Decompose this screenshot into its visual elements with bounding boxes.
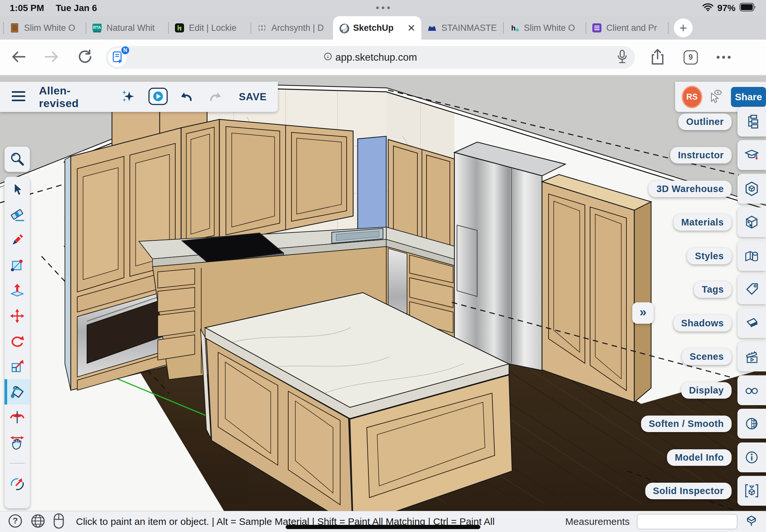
tab-title: Slim White O bbox=[24, 23, 75, 33]
tab-slim-white-2[interactable]: h Slim White O bbox=[504, 16, 586, 40]
panel-label: Scenes bbox=[682, 348, 732, 365]
redo-button[interactable] bbox=[208, 89, 223, 105]
left-toolbar bbox=[5, 177, 30, 508]
tool-orbit[interactable] bbox=[5, 471, 30, 497]
tool-scale[interactable] bbox=[5, 354, 30, 379]
tab-title: STAINMASTE bbox=[442, 23, 497, 33]
share-button[interactable]: Share bbox=[731, 87, 766, 107]
panel-model-info[interactable]: Model Info bbox=[667, 442, 766, 472]
tab-title: Client and Pr bbox=[606, 23, 657, 33]
avatar[interactable]: RS bbox=[683, 87, 701, 107]
panel-label: Model Info bbox=[667, 449, 732, 466]
tab-archsynth[interactable]: Archsynth | D bbox=[251, 16, 333, 40]
tool-pencil[interactable] bbox=[5, 227, 30, 253]
panel-label: Shadows bbox=[674, 315, 732, 332]
panel-outliner[interactable]: Outliner bbox=[678, 107, 766, 137]
panel-instructor[interactable]: Instructor bbox=[670, 140, 766, 170]
tool-select[interactable] bbox=[5, 177, 30, 202]
forward-button[interactable] bbox=[44, 50, 59, 65]
panel-scenes[interactable]: Scenes bbox=[682, 342, 766, 371]
styles-icon bbox=[744, 248, 759, 263]
panel-tags[interactable]: Tags bbox=[694, 274, 766, 304]
panel-label: Instructor bbox=[670, 147, 732, 163]
panel-3d-warehouse[interactable]: 3D Warehouse bbox=[649, 174, 766, 204]
tags-icon bbox=[744, 282, 759, 297]
browser-url-row: N app.sketchup.com 9 bbox=[0, 40, 766, 75]
ipad-screen: 1:05 PM Tue Jan 6 97% Slim White O RTA N… bbox=[0, 0, 766, 532]
solid-inspector-icon bbox=[744, 483, 759, 498]
save-button[interactable]: SAVE bbox=[239, 91, 267, 103]
shadows-icon bbox=[744, 316, 759, 331]
tab-stainmaster[interactable]: STAINMASTE bbox=[421, 16, 503, 40]
sketchup-logo-icon bbox=[745, 514, 758, 529]
panel-styles[interactable]: Styles bbox=[687, 241, 766, 271]
language-globe-icon[interactable] bbox=[30, 514, 45, 530]
ai-sparkles-icon[interactable] bbox=[121, 89, 136, 105]
tool-eraser[interactable] bbox=[5, 202, 30, 227]
model-info-icon bbox=[744, 450, 759, 465]
presence-cursor-icon[interactable] bbox=[708, 89, 724, 105]
document-title[interactable]: Allen- revised bbox=[39, 84, 102, 110]
new-tab-button[interactable]: + bbox=[674, 18, 693, 37]
browser-tab-strip: Slim White O RTA Natural Whit Edit | Loc… bbox=[0, 16, 766, 40]
outliner-icon bbox=[744, 114, 759, 129]
measurements-input[interactable] bbox=[637, 514, 737, 529]
panel-label: Solid Inspector bbox=[645, 483, 732, 499]
tab-count-button[interactable]: 9 bbox=[684, 50, 698, 65]
ios-status-bar: 1:05 PM Tue Jan 6 97% bbox=[0, 0, 766, 16]
selected-face[interactable] bbox=[358, 136, 386, 241]
tab-slim-white-1[interactable]: Slim White O bbox=[4, 16, 86, 40]
url-bar[interactable]: N app.sketchup.com bbox=[106, 46, 635, 69]
houzz-icon bbox=[175, 23, 184, 33]
model-viewport[interactable]: Allen- revised SAVE RS Share bbox=[0, 75, 766, 511]
home-indicator[interactable] bbox=[286, 525, 480, 529]
svg-text:h: h bbox=[511, 24, 516, 32]
multitask-dots-icon[interactable] bbox=[376, 6, 390, 9]
globe-icon bbox=[257, 23, 267, 33]
menu-hamburger-icon[interactable] bbox=[11, 91, 26, 103]
tab-natural-white[interactable]: RTA Natural Whit bbox=[86, 16, 168, 40]
panel-label: Styles bbox=[687, 248, 732, 264]
share-sheet-icon[interactable] bbox=[651, 48, 665, 67]
tool-zoom[interactable] bbox=[5, 147, 30, 172]
tab-edit-lockie[interactable]: Edit | Lockie bbox=[169, 16, 250, 40]
instructor-icon bbox=[744, 148, 759, 163]
url-text: app.sketchup.com bbox=[335, 52, 417, 63]
tool-shapes[interactable] bbox=[5, 253, 30, 278]
svg-text:?: ? bbox=[13, 516, 18, 526]
panel-materials[interactable]: Materials bbox=[674, 207, 766, 237]
panel-collapse-button[interactable]: » bbox=[632, 302, 654, 324]
panel-label: Display bbox=[681, 382, 732, 399]
soften-smooth-icon bbox=[744, 416, 759, 431]
tool-flip[interactable] bbox=[5, 405, 30, 430]
tool-paint-bucket[interactable] bbox=[5, 379, 30, 405]
sketchup-toolbar: Allen- revised SAVE bbox=[0, 82, 278, 112]
browser-menu-icon[interactable] bbox=[717, 56, 731, 59]
panel-display[interactable]: Display bbox=[681, 375, 766, 405]
mouse-hints-icon[interactable] bbox=[53, 513, 64, 530]
play-tutorial-button[interactable] bbox=[148, 87, 168, 107]
tool-push-pull[interactable] bbox=[5, 278, 30, 303]
reading-mode-icon[interactable]: N bbox=[108, 48, 127, 67]
date: Tue Jan 6 bbox=[56, 3, 97, 13]
panel-solid-inspector[interactable]: Solid Inspector bbox=[645, 476, 766, 506]
back-button[interactable] bbox=[11, 50, 26, 65]
mic-icon[interactable] bbox=[617, 49, 628, 66]
help-icon[interactable]: ? bbox=[8, 514, 23, 530]
close-tab-icon[interactable]: ✕ bbox=[407, 22, 416, 34]
panel-shadows[interactable]: Shadows bbox=[674, 308, 766, 338]
materials-icon bbox=[744, 215, 759, 230]
stainmaster-icon bbox=[427, 23, 437, 33]
measurements-label: Measurements bbox=[565, 516, 630, 527]
tool-move[interactable] bbox=[5, 303, 30, 329]
display-icon bbox=[744, 383, 759, 398]
tool-pan[interactable] bbox=[5, 430, 30, 455]
svg-text:RTA: RTA bbox=[93, 25, 101, 30]
undo-button[interactable] bbox=[178, 89, 194, 105]
panel-soften-smooth[interactable]: Soften / Smooth bbox=[641, 409, 766, 439]
tool-rotate[interactable] bbox=[5, 329, 30, 354]
reload-button[interactable] bbox=[77, 49, 93, 66]
site-info-icon[interactable] bbox=[323, 52, 332, 63]
tab-client-proposal[interactable]: Client and Pr bbox=[586, 16, 668, 40]
tab-sketchup-active[interactable]: SketchUp ✕ bbox=[333, 16, 421, 40]
